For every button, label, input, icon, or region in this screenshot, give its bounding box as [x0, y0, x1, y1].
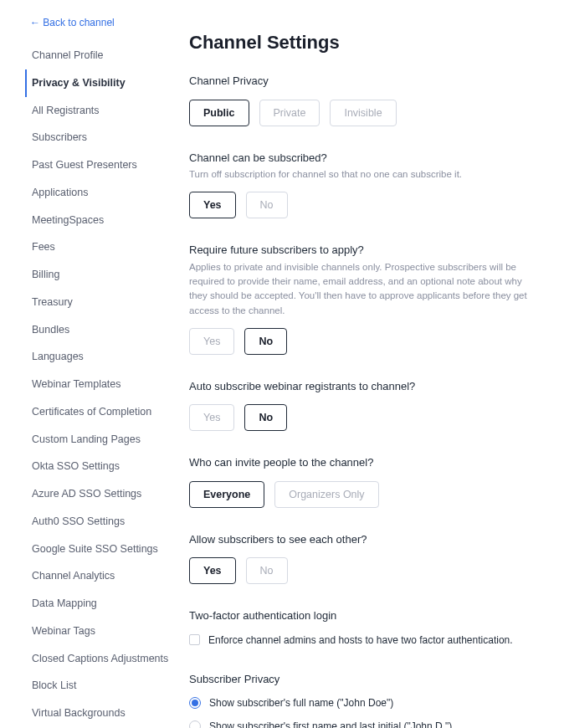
- back-to-channel-link[interactable]: ← Back to channel: [30, 15, 179, 30]
- options-subscribe: YesNo: [189, 192, 534, 218]
- heading-channel-privacy: Channel Privacy: [189, 73, 534, 90]
- sidebar-item-data-mapping[interactable]: Data Mapping: [25, 590, 179, 618]
- twofa-checkbox-label: Enforce channel admins and hosts to have…: [208, 633, 513, 648]
- autosub-option-yes[interactable]: Yes: [189, 404, 234, 431]
- page-title: Channel Settings: [189, 28, 534, 56]
- apply-option-no[interactable]: No: [244, 328, 287, 355]
- heading-twofa: Two-factor authentication login: [189, 608, 534, 624]
- subscribe-option-yes[interactable]: Yes: [189, 192, 236, 218]
- sidebar-item-billing[interactable]: Billing: [25, 261, 179, 289]
- options-subscriber-privacy: Show subscriber's full name ("John Doe")…: [189, 695, 534, 728]
- desc-subscribe: Turn off subscription for channel so tha…: [189, 167, 534, 182]
- sidebar-item-block-list[interactable]: Block List: [25, 672, 179, 700]
- subscriber-privacy-label-1: Show subscriber's first name and last in…: [209, 719, 452, 728]
- sidebar-item-azure-ad-sso-settings[interactable]: Azure AD SSO Settings: [25, 480, 179, 508]
- options-invite: EveryoneOrganizers Only: [189, 481, 534, 508]
- options-channel-privacy: PublicPrivateInvisible: [189, 100, 534, 126]
- privacy-option-public[interactable]: Public: [189, 100, 249, 126]
- section-invite: Who can invite people to the channel? Ev…: [189, 454, 534, 508]
- sidebar-item-meetingspaces[interactable]: MeetingSpaces: [25, 207, 179, 234]
- section-apply: Require future subscribers to apply? App…: [189, 242, 534, 355]
- sidebar-item-webinar-templates[interactable]: Webinar Templates: [25, 371, 179, 398]
- desc-apply: Applies to private and invisible channel…: [189, 260, 534, 318]
- options-apply: YesNo: [189, 328, 534, 355]
- sidebar-item-custom-landing-pages[interactable]: Custom Landing Pages: [25, 426, 179, 454]
- autosub-option-no[interactable]: No: [244, 404, 287, 431]
- sidebar: ← Back to channel Channel ProfilePrivacy…: [30, 15, 186, 728]
- see-each-option-no[interactable]: No: [246, 557, 288, 584]
- sidebar-item-auth0-sso-settings[interactable]: Auth0 SSO Settings: [25, 508, 179, 536]
- sidebar-item-closed-captions-adjustments[interactable]: Closed Captions Adjustments: [25, 645, 179, 673]
- section-see-each: Allow subscribers to see each other? Yes…: [189, 531, 534, 585]
- sidebar-item-treasury[interactable]: Treasury: [25, 289, 179, 316]
- sidebar-item-certificates-of-completion[interactable]: Certificates of Completion: [25, 398, 179, 426]
- heading-invite: Who can invite people to the channel?: [189, 454, 534, 471]
- section-channel-privacy: Channel Privacy PublicPrivateInvisible: [189, 73, 534, 126]
- sidebar-item-privacy-visibility[interactable]: Privacy & Visibility: [25, 69, 179, 97]
- sidebar-item-channel-analytics[interactable]: Channel Analytics: [25, 562, 179, 590]
- heading-subscribe: Channel can be subscribed?: [189, 150, 534, 167]
- subscriber-privacy-row-1: Show subscriber's first name and last in…: [189, 719, 534, 728]
- heading-apply: Require future subscribers to apply?: [189, 242, 534, 259]
- subscriber-privacy-row-0: Show subscriber's full name ("John Doe"): [189, 695, 534, 710]
- sidebar-item-fees[interactable]: Fees: [25, 233, 179, 261]
- sidebar-nav: Channel ProfilePrivacy & VisibilityAll R…: [30, 42, 179, 727]
- sidebar-item-applications[interactable]: Applications: [25, 179, 179, 207]
- see-each-option-yes[interactable]: Yes: [189, 557, 236, 584]
- apply-option-yes[interactable]: Yes: [189, 328, 234, 355]
- subscriber-privacy-label-0: Show subscriber's full name ("John Doe"): [209, 695, 393, 710]
- heading-see-each: Allow subscribers to see each other?: [189, 531, 534, 548]
- options-autosub: YesNo: [189, 404, 534, 431]
- subscriber-privacy-radio-0[interactable]: [189, 697, 201, 709]
- subscriber-privacy-radio-1[interactable]: [189, 720, 201, 728]
- sidebar-item-past-guest-presenters[interactable]: Past Guest Presenters: [25, 151, 179, 179]
- section-twofa: Two-factor authentication login Enforce …: [189, 608, 534, 648]
- sidebar-item-virtual-backgrounds[interactable]: Virtual Backgrounds: [25, 700, 179, 727]
- privacy-option-invisible[interactable]: Invisible: [330, 100, 396, 126]
- privacy-option-private[interactable]: Private: [259, 100, 320, 126]
- section-autosub: Auto subscribe webinar registrants to ch…: [189, 378, 534, 432]
- sidebar-item-channel-profile[interactable]: Channel Profile: [25, 42, 179, 69]
- twofa-checkbox-row: Enforce channel admins and hosts to have…: [189, 633, 534, 648]
- heading-subscriber-privacy: Subscriber Privacy: [189, 671, 534, 688]
- options-see-each: YesNo: [189, 557, 534, 584]
- sidebar-item-all-registrants[interactable]: All Registrants: [25, 97, 179, 125]
- sidebar-item-subscribers[interactable]: Subscribers: [25, 124, 179, 151]
- heading-autosub: Auto subscribe webinar registrants to ch…: [189, 378, 534, 395]
- section-subscribe: Channel can be subscribed? Turn off subs…: [189, 150, 534, 219]
- sidebar-item-webinar-tags[interactable]: Webinar Tags: [25, 618, 179, 645]
- sidebar-item-bundles[interactable]: Bundles: [25, 316, 179, 344]
- invite-option-everyone[interactable]: Everyone: [189, 481, 264, 508]
- invite-option-organizers-only[interactable]: Organizers Only: [274, 481, 378, 508]
- twofa-checkbox[interactable]: [189, 634, 200, 645]
- subscribe-option-no[interactable]: No: [246, 192, 288, 218]
- sidebar-item-okta-sso-settings[interactable]: Okta SSO Settings: [25, 453, 179, 480]
- main-content: Channel Settings Channel Privacy PublicP…: [186, 15, 534, 728]
- section-subscriber-privacy: Subscriber Privacy Show subscriber's ful…: [189, 671, 534, 728]
- sidebar-item-languages[interactable]: Languages: [25, 343, 179, 371]
- sidebar-item-google-suite-sso-settings[interactable]: Google Suite SSO Settings: [25, 536, 179, 563]
